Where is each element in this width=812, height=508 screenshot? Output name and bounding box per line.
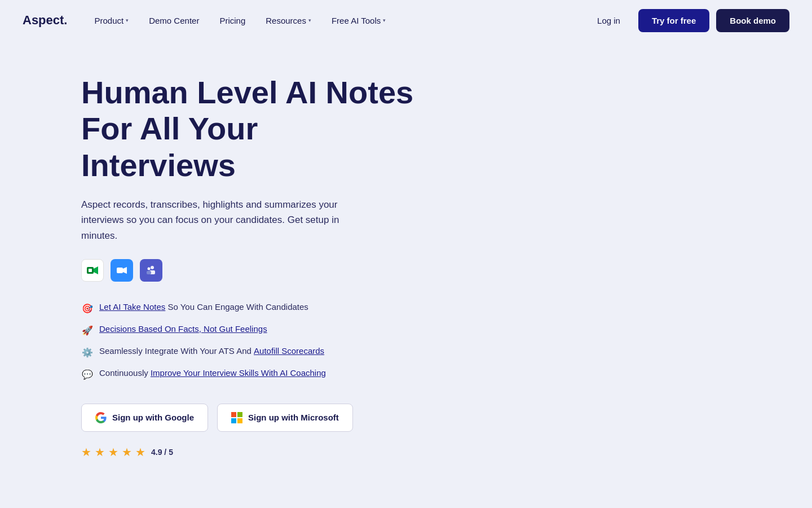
rocket-icon: 🚀 — [81, 325, 94, 337]
nav-actions: Log in Try for free Book demo — [586, 9, 789, 32]
logo[interactable]: Aspect. — [23, 13, 67, 28]
feature-link[interactable]: Autofill Scorecards — [254, 346, 324, 356]
nav-link-free-ai-tools[interactable]: Free AI Tools▾ — [323, 11, 395, 30]
feature-link[interactable]: Improve Your Interview Skills With AI Co… — [151, 368, 326, 378]
feature-text: Continuously Improve Your Interview Skil… — [99, 368, 326, 378]
feature-link[interactable]: Decisions Based On Facts, Not Gut Feelin… — [99, 324, 267, 334]
hero-subtitle: Aspect records, transcribes, highlights … — [81, 197, 363, 243]
signup-buttons: Sign up with Google Sign up with Microso… — [81, 404, 789, 432]
feature-text: Decisions Based On Facts, Not Gut Feelin… — [99, 324, 267, 334]
svg-rect-11 — [147, 271, 151, 274]
trusted-section: Trusted By Leading Organizations Worldwi… — [0, 500, 812, 508]
feature-item: 🎯Let AI Take Notes So You Can Engage Wit… — [81, 302, 789, 315]
svg-rect-13 — [237, 412, 242, 417]
signup-google-button[interactable]: Sign up with Google — [81, 404, 208, 432]
feature-text: Seamlessly Integrate With Your ATS And A… — [99, 346, 324, 356]
feature-text: Let AI Take Notes So You Can Engage With… — [99, 302, 308, 312]
star-5: ★ — [135, 445, 145, 459]
svg-rect-15 — [237, 418, 242, 423]
star-3: ★ — [108, 445, 118, 459]
feature-link[interactable]: Let AI Take Notes — [99, 302, 165, 312]
star-1: ★ — [81, 445, 91, 459]
nav-link-product[interactable]: Product▾ — [85, 11, 138, 30]
integration-icons — [81, 259, 789, 282]
microsoft-icon — [231, 412, 242, 423]
chat-icon: 💬 — [81, 369, 94, 381]
signup-microsoft-label: Sign up with Microsoft — [248, 413, 339, 422]
chevron-down-icon: ▾ — [383, 17, 386, 23]
star-4: ★ — [122, 445, 132, 459]
login-button[interactable]: Log in — [586, 10, 632, 31]
zoom-icon — [111, 259, 133, 282]
svg-rect-5 — [117, 268, 123, 273]
hero-section: Human Level AI Notes For All Your Interv… — [0, 41, 812, 500]
nav-links: Product▾Demo CenterPricingResources▾Free… — [85, 11, 586, 30]
nav-link-demo-center[interactable]: Demo Center — [140, 11, 208, 30]
nav-link-resources[interactable]: Resources▾ — [257, 11, 320, 30]
svg-rect-12 — [231, 412, 236, 417]
google-meet-icon — [81, 259, 104, 282]
signup-google-label: Sign up with Google — [112, 413, 194, 422]
target-icon: 🎯 — [81, 303, 94, 315]
teams-icon — [140, 259, 162, 282]
signup-microsoft-button[interactable]: Sign up with Microsoft — [217, 404, 353, 432]
hero-title: Human Level AI Notes For All Your Interv… — [81, 75, 420, 183]
rating-value: 4.9 / 5 — [151, 448, 173, 457]
chevron-down-icon: ▾ — [308, 17, 311, 23]
svg-rect-14 — [231, 418, 236, 423]
gear-icon: ⚙️ — [81, 347, 94, 359]
svg-rect-1 — [89, 269, 92, 272]
feature-item: ⚙️Seamlessly Integrate With Your ATS And… — [81, 346, 789, 359]
feature-item: 💬Continuously Improve Your Interview Ski… — [81, 368, 789, 381]
feature-list: 🎯Let AI Take Notes So You Can Engage Wit… — [81, 302, 789, 381]
star-2: ★ — [95, 445, 105, 459]
nav-link-pricing[interactable]: Pricing — [210, 11, 254, 30]
chevron-down-icon: ▾ — [126, 17, 129, 23]
navbar: Aspect. Product▾Demo CenterPricingResour… — [0, 0, 812, 41]
google-g-icon — [95, 412, 107, 423]
svg-point-10 — [148, 267, 151, 270]
rating-row: ★ ★ ★ ★ ★ 4.9 / 5 — [81, 445, 789, 459]
book-demo-button[interactable]: Book demo — [716, 9, 789, 32]
svg-point-8 — [151, 266, 154, 269]
feature-item: 🚀Decisions Based On Facts, Not Gut Feeli… — [81, 324, 789, 337]
try-free-button[interactable]: Try for free — [638, 9, 709, 32]
